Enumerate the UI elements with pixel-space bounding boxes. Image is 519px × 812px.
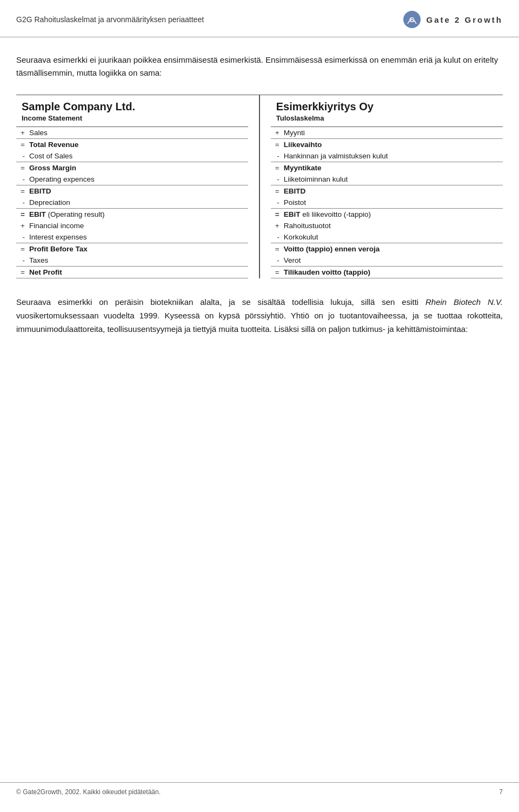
row-label: Depreciation — [28, 197, 248, 209]
table-row: + Rahoitustuotot — [271, 220, 503, 231]
row-sign: + — [271, 127, 283, 139]
right-company-subtitle: Tuloslaskelma — [271, 114, 503, 127]
row-sign: = — [16, 243, 28, 255]
row-label: Myynti — [283, 127, 503, 139]
row-label: Liiketoiminnan kulut — [283, 174, 503, 185]
intro-paragraph: Seuraava esimerkki ei juurikaan poikkea … — [16, 54, 503, 79]
row-sign: - — [16, 150, 28, 162]
closing-italic: Rhein Biotech N.V. — [425, 297, 503, 307]
closing-text-2: vuosikertomuksessaan vuodelta 1999. Kyse… — [16, 311, 503, 334]
table-row: = EBIT (Operating result) — [16, 209, 248, 221]
row-label: Taxes — [28, 255, 248, 267]
row-sign: = — [16, 139, 28, 151]
table-row: - Liiketoiminnan kulut — [271, 174, 503, 185]
row-sign: - — [271, 150, 283, 162]
table-row: = EBITD — [271, 185, 503, 197]
row-sign: - — [16, 255, 28, 267]
footer-copyright: © Gate2Growth, 2002. Kaikki oikeudet pid… — [16, 788, 161, 796]
table-row: = Net Profit — [16, 267, 248, 278]
tables-container: Sample Company Ltd. Income Statement + S… — [16, 95, 503, 278]
row-sign: = — [16, 162, 28, 174]
row-label: Sales — [28, 127, 248, 139]
row-label: Net Profit — [28, 267, 248, 278]
left-income-table: + Sales = Total Revenue - Cost of Sales … — [16, 127, 248, 278]
logo-text: Gate 2 Growth — [426, 15, 503, 24]
table-row: = Voitto (tappio) ennen veroja — [271, 243, 503, 255]
row-label: EBITD — [28, 185, 248, 197]
table-row: = Total Revenue — [16, 139, 248, 151]
row-label: Verot — [283, 255, 503, 267]
row-label: Interest expenses — [28, 231, 248, 243]
header-title: G2G Rahoituslaskelmat ja arvonmääritykse… — [16, 15, 204, 24]
row-sign: + — [16, 220, 28, 231]
row-label: EBiT eli liikevoitto (-tappio) — [283, 209, 503, 221]
row-label: EBITD — [283, 185, 503, 197]
table-row: - Hankinnan ja valmistuksen kulut — [271, 150, 503, 162]
table-row: = EBiT eli liikevoitto (-tappio) — [271, 209, 503, 221]
row-label: EBIT (Operating result) — [28, 209, 248, 221]
row-label: Total Revenue — [28, 139, 248, 151]
row-sign: - — [16, 197, 28, 209]
row-sign: + — [16, 127, 28, 139]
row-sign: - — [16, 174, 28, 185]
row-label: Korkokulut — [283, 231, 503, 243]
table-row: = Gross Margin — [16, 162, 248, 174]
page-header: G2G Rahoituslaskelmat ja arvonmääritykse… — [0, 0, 519, 37]
row-label: Liikevaihto — [283, 139, 503, 151]
table-row: = Tilikauden voitto (tappio) — [271, 267, 503, 278]
table-row: - Operating expences — [16, 174, 248, 185]
row-label: Profit Before Tax — [28, 243, 248, 255]
g2g-logo-icon: G — [402, 10, 422, 29]
table-row: = Profit Before Tax — [16, 243, 248, 255]
row-sign: = — [271, 185, 283, 197]
table-row: - Taxes — [16, 255, 248, 267]
row-sign: - — [271, 174, 283, 185]
table-row: - Depreciation — [16, 197, 248, 209]
row-label: Cost of Sales — [28, 150, 248, 162]
page-content: Seuraava esimerkki ei juurikaan poikkea … — [0, 37, 519, 379]
row-sign: - — [271, 197, 283, 209]
table-row: = Liikevaihto — [271, 139, 503, 151]
right-company-name: Esimerkkiyritys Oy — [271, 95, 503, 114]
row-label: Operating expences — [28, 174, 248, 185]
table-row: - Poistot — [271, 197, 503, 209]
row-sign: = — [16, 185, 28, 197]
closing-paragraph: Seuraava esimerkki on peräisin bioteknii… — [16, 296, 503, 336]
row-sign: = — [16, 267, 28, 278]
row-sign: - — [271, 231, 283, 243]
row-sign: - — [271, 255, 283, 267]
row-label: Poistot — [283, 197, 503, 209]
table-row: - Cost of Sales — [16, 150, 248, 162]
row-sign: = — [271, 162, 283, 174]
row-sign: + — [271, 220, 283, 231]
table-row: + Myynti — [271, 127, 503, 139]
table-row: + Sales — [16, 127, 248, 139]
row-label: Myyntikate — [283, 162, 503, 174]
table-row: - Verot — [271, 255, 503, 267]
row-label: Voitto (tappio) ennen veroja — [283, 243, 503, 255]
row-sign: = — [271, 139, 283, 151]
row-sign: = — [271, 243, 283, 255]
row-label: Rahoitustuotot — [283, 220, 503, 231]
closing-text-1: Seuraava esimerkki on peräisin bioteknii… — [16, 297, 425, 307]
row-sign: = — [16, 209, 28, 221]
right-income-table: + Myynti = Liikevaihto - Hankinnan ja va… — [271, 127, 503, 278]
right-table-section: Esimerkkiyritys Oy Tuloslaskelma + Myynt… — [260, 95, 503, 278]
row-sign: - — [16, 231, 28, 243]
left-company-subtitle: Income Statement — [16, 114, 248, 127]
header-logo: G Gate 2 Growth — [402, 10, 503, 29]
table-row: - Interest expenses — [16, 231, 248, 243]
row-label: Financial income — [28, 220, 248, 231]
table-row: + Financial income — [16, 220, 248, 231]
page-footer: © Gate2Growth, 2002. Kaikki oikeudet pid… — [0, 782, 519, 801]
table-row: = Myyntikate — [271, 162, 503, 174]
table-row: = EBITD — [16, 185, 248, 197]
table-row: - Korkokulut — [271, 231, 503, 243]
left-table-section: Sample Company Ltd. Income Statement + S… — [16, 95, 259, 278]
row-label: Gross Margin — [28, 162, 248, 174]
row-sign: = — [271, 267, 283, 278]
row-label: Tilikauden voitto (tappio) — [283, 267, 503, 278]
row-sign: = — [271, 209, 283, 221]
left-company-name: Sample Company Ltd. — [16, 95, 248, 114]
row-label: Hankinnan ja valmistuksen kulut — [283, 150, 503, 162]
